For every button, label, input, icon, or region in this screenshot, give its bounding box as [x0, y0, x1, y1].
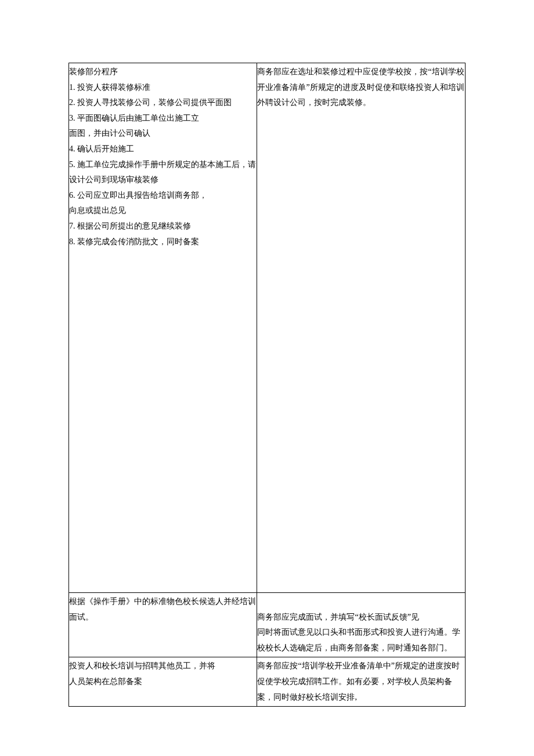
cell-text: 商务部应按“培训学校开业准备清单中”所规定的进度按时促使学校完成招聘工作。如有必…	[257, 661, 459, 701]
cell-text: 装修部分程序1. 投资人获得装修标准2. 投资人寻找装修公司，装修公司提供平面图…	[69, 67, 256, 246]
cell-right: 商务部应在选址和装修过程中应促使学校按，按“培训学校开业准备清单”所规定的进度及…	[257, 63, 466, 593]
cell-left: 根据《操作手册》中的标准物色校长候选人并经培训面试。	[69, 593, 257, 657]
cell-right: 商务部应按“培训学校开业准备清单中”所规定的进度按时促使学校完成招聘工作。如有必…	[257, 657, 466, 707]
procedure-table: 装修部分程序1. 投资人获得装修标准2. 投资人寻找装修公司，装修公司提供平面图…	[68, 63, 466, 707]
cell-text: 商务部应在选址和装修过程中应促使学校按，按“培训学校开业准备清单”所规定的进度及…	[257, 67, 464, 107]
cell-left: 投资人和校长培训与招聘其他员工，并将人员架构在总部备案	[69, 657, 257, 707]
table-row: 装修部分程序1. 投资人获得装修标准2. 投资人寻找装修公司，装修公司提供平面图…	[69, 63, 466, 593]
cell-right: 商务部应完成面试，并填写“校长面试反馈”见同时将面试意见以口头和书面形式和投资人…	[257, 593, 466, 657]
table-row: 投资人和校长培训与招聘其他员工，并将人员架构在总部备案 商务部应按“培训学校开业…	[69, 657, 466, 707]
cell-text: 投资人和校长培训与招聘其他员工，并将人员架构在总部备案	[69, 661, 215, 686]
cell-text: 商务部应完成面试，并填写“校长面试反馈”见同时将面试意见以口头和书面形式和投资人…	[257, 613, 460, 652]
cell-left: 装修部分程序1. 投资人获得装修标准2. 投资人寻找装修公司，装修公司提供平面图…	[69, 63, 257, 593]
table-row: 根据《操作手册》中的标准物色校长候选人并经培训面试。 商务部应完成面试，并填写“…	[69, 593, 466, 657]
cell-text: 根据《操作手册》中的标准物色校长候选人并经培训面试。	[69, 597, 256, 621]
document-page: 装修部分程序1. 投资人获得装修标准2. 投资人寻找装修公司，装修公司提供平面图…	[0, 0, 534, 756]
